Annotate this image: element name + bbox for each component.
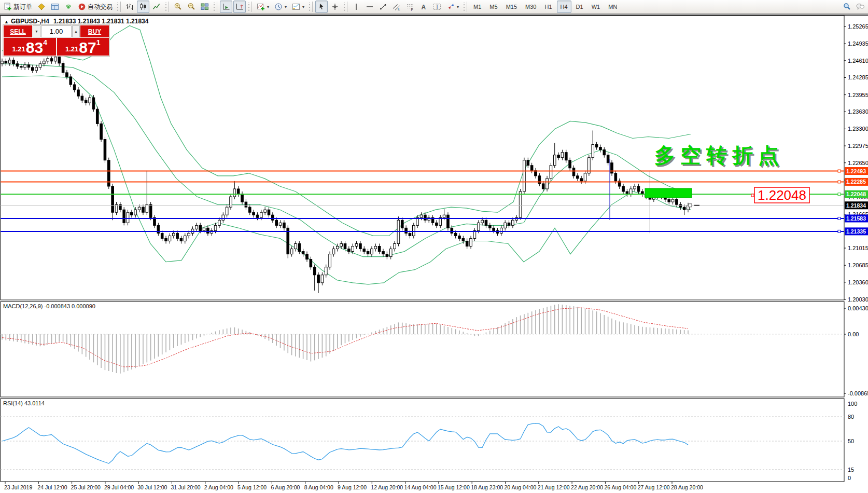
- chat-button[interactable]: [854, 1, 866, 13]
- candle-body: [283, 223, 286, 228]
- search-button[interactable]: [841, 1, 853, 13]
- channel-button[interactable]: E: [390, 1, 403, 13]
- pivot-line-handle[interactable]: [838, 193, 841, 196]
- last-bar-marker: [689, 204, 692, 207]
- tf-m5-button[interactable]: M5: [486, 1, 501, 13]
- candle-body: [161, 233, 163, 238]
- autotrading-button[interactable]: 自动交易: [76, 1, 115, 13]
- candle-body: [96, 109, 99, 124]
- tf-h1-button[interactable]: H1: [541, 1, 555, 13]
- candle-body: [348, 249, 351, 252]
- crosshair-button[interactable]: [329, 1, 341, 13]
- candle-body: [237, 189, 240, 194]
- candle-body: [671, 199, 674, 202]
- templates-button[interactable]: ▾: [290, 1, 306, 13]
- tf-m1-button[interactable]: M1: [470, 1, 485, 13]
- text-button[interactable]: A: [417, 1, 430, 13]
- line-chart-button[interactable]: [150, 1, 163, 13]
- time-axis-label: 18 Aug 23:00: [471, 484, 503, 490]
- time-axis-label: 29 Jul 04:00: [104, 484, 134, 490]
- candle-body: [123, 210, 125, 223]
- candle-body: [572, 168, 575, 176]
- periods-icon: [274, 3, 283, 11]
- text-icon: A: [419, 3, 428, 11]
- tf-m15-button[interactable]: M15: [502, 1, 521, 13]
- tf-d1-button[interactable]: D1: [572, 1, 587, 13]
- buy-price-tile[interactable]: 1.21 87 1: [57, 38, 109, 56]
- chart-shift-button[interactable]: [233, 1, 246, 13]
- tf-w1-button[interactable]: W1: [588, 1, 604, 13]
- indicators-button[interactable]: ▾: [255, 1, 271, 13]
- time-axis-label: 12 Aug 20:00: [371, 484, 403, 490]
- zoom-out-button[interactable]: [185, 1, 198, 13]
- zoom-in-button[interactable]: [172, 1, 184, 13]
- chart-canvas[interactable]: 多空转折点多空转折点1.22048MACD(12,26,9) -0.000843…: [0, 15, 868, 493]
- auto-scroll-button[interactable]: [220, 1, 232, 13]
- candle-body: [245, 202, 247, 207]
- price-axis-tick-label: 1.23300: [848, 126, 868, 132]
- candle-body: [24, 65, 26, 67]
- candle-body: [172, 233, 175, 236]
- candle-body: [550, 166, 552, 179]
- candle-body: [32, 67, 34, 71]
- support-line-2-handle[interactable]: [838, 230, 841, 232]
- candle-body: [69, 77, 72, 85]
- tf-mn-button[interactable]: MN: [605, 1, 621, 13]
- candle-body: [66, 73, 68, 77]
- volume-input[interactable]: [41, 25, 72, 37]
- new-order-button[interactable]: 新订单: [2, 1, 34, 13]
- highlight-rectangle[interactable]: [645, 188, 692, 198]
- vline-icon: [352, 3, 360, 11]
- profiles-button[interactable]: [35, 1, 48, 13]
- chevron-down-icon: ▾: [267, 5, 269, 9]
- time-axis-label: 30 Jul 12:00: [137, 484, 167, 490]
- autotrading-button-label: 自动交易: [88, 3, 113, 11]
- chat-icon: [856, 3, 864, 11]
- vertical-line-button[interactable]: [350, 1, 362, 13]
- volume-down-button[interactable]: ▼: [33, 25, 40, 37]
- fibonacci-button[interactable]: F: [404, 1, 416, 13]
- tf-m30-button[interactable]: M30: [522, 1, 540, 13]
- candlestick-chart-button[interactable]: [137, 1, 149, 13]
- mt4-window: 新订单自动交易▾▾▾EFAT▾M1M5M15M30H1H4D1W1MN ▲GBP…: [0, 0, 868, 493]
- resistance-line-2-handle[interactable]: [838, 181, 841, 183]
- volume-up-button[interactable]: ▲: [72, 25, 80, 37]
- candle-body: [592, 145, 594, 158]
- support-line-1-handle[interactable]: [838, 217, 841, 220]
- rsi-axis-label: 50: [848, 438, 854, 444]
- trendline-button[interactable]: [377, 1, 389, 13]
- candle-body: [401, 220, 403, 228]
- buy-button[interactable]: BUY: [80, 25, 109, 37]
- candle-body: [302, 252, 304, 254]
- bar-chart-button[interactable]: [123, 1, 136, 13]
- new-order-icon: [4, 3, 12, 11]
- signals-button[interactable]: [62, 1, 75, 13]
- periods-button[interactable]: ▾: [272, 1, 289, 13]
- candle-body: [557, 155, 560, 158]
- sell-button[interactable]: SELL: [4, 25, 32, 37]
- candle-body: [607, 155, 609, 163]
- resistance-line-1-tag-label: 1.22493: [846, 168, 866, 174]
- horizontal-line-button[interactable]: [363, 1, 376, 13]
- new-order-button-label: 新订单: [13, 3, 32, 11]
- shapes-button[interactable]: ▾: [444, 1, 461, 13]
- candle-body: [27, 65, 30, 67]
- price-box-handle[interactable]: [751, 194, 754, 197]
- text-label-button[interactable]: T: [431, 1, 443, 13]
- candle-body: [394, 243, 396, 249]
- charts-button[interactable]: [49, 1, 61, 13]
- price-axis-tick-label: 1.24285: [848, 74, 868, 80]
- sell-price-tile[interactable]: 1.21 83 4: [4, 38, 56, 56]
- resistance-line-1-handle[interactable]: [838, 170, 841, 172]
- profiles-icon: [37, 3, 46, 11]
- candle-body: [629, 189, 632, 194]
- cursor-button[interactable]: [315, 1, 328, 13]
- candle-body: [104, 140, 106, 160]
- candle-body: [313, 267, 316, 275]
- tile-windows-button[interactable]: [199, 1, 211, 13]
- candle-body: [599, 147, 602, 150]
- candle-body: [340, 243, 343, 246]
- tf-h4-button[interactable]: H4: [557, 1, 571, 13]
- collapse-triangle-icon[interactable]: ▲: [4, 19, 9, 24]
- time-axis-label: 28 Aug 20:00: [671, 484, 703, 490]
